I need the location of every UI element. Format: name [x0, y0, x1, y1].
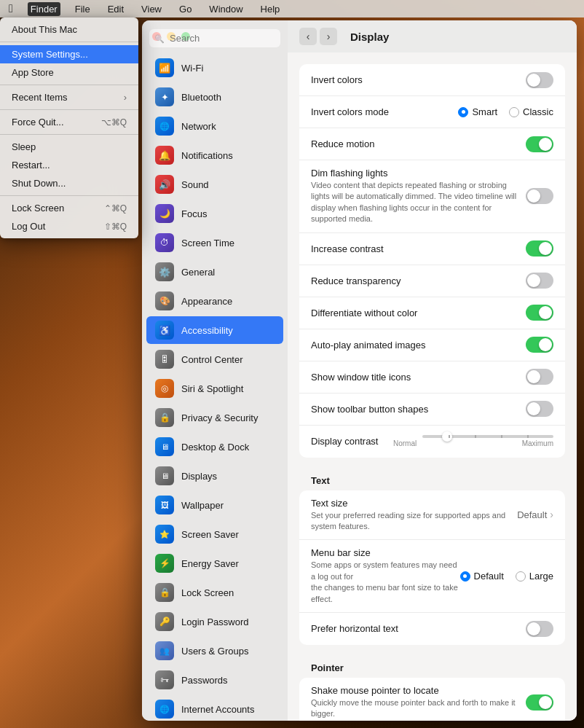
sidebar-item-general[interactable]: ⚙️ General — [146, 258, 283, 286]
dropdown-separator-4 — [0, 134, 138, 135]
invert-colors-toggle[interactable] — [526, 72, 553, 88]
content-scroll-area[interactable]: Invert colors Invert colors mode Smart — [288, 52, 577, 721]
network-icon: 🌐 — [155, 117, 174, 136]
window-menu[interactable]: Window — [206, 2, 245, 16]
dropdown-lock-screen[interactable]: Lock Screen ⌃⌘Q — [0, 199, 138, 217]
sidebar-item-login[interactable]: 🔑 Login Password — [146, 608, 283, 635]
dropdown-app-store[interactable]: App Store — [0, 63, 138, 82]
sidebar-item-passwords[interactable]: 🗝 Passwords — [146, 666, 283, 694]
users-groups-icon: 👥 — [155, 641, 174, 660]
text-section: Text Text size Set your preferred readin… — [299, 469, 565, 645]
contrast-slider-labels: Normal Maximum — [393, 439, 553, 447]
file-menu[interactable]: File — [72, 2, 93, 16]
default-radio[interactable] — [460, 571, 470, 582]
shake-mouse-toggle[interactable] — [526, 694, 553, 711]
forward-button[interactable]: › — [320, 28, 337, 45]
sidebar-item-users[interactable]: 👥 Users & Groups — [146, 637, 283, 665]
dropdown-sleep[interactable]: Sleep — [0, 138, 138, 156]
menu-bar-size-label: Menu bar size — [311, 547, 460, 558]
control-center-icon: 🎛 — [155, 350, 174, 369]
dropdown-about[interactable]: About This Mac — [0, 20, 138, 39]
sidebar-item-internet[interactable]: 🌐 Internet Accounts — [146, 695, 283, 721]
sidebar-label-passwords: Passwords — [181, 675, 228, 686]
sidebar-item-accessibility[interactable]: ♿ Accessibility — [146, 316, 283, 344]
sidebar-label-lock: Lock Screen — [181, 587, 234, 598]
text-card: Text size Set your preferred reading siz… — [299, 490, 565, 645]
invert-mode-label: Invert colors mode — [311, 106, 389, 117]
toolbar-shapes-toggle[interactable] — [526, 401, 553, 417]
sidebar-item-energy[interactable]: ⚡ Energy Saver — [146, 549, 283, 577]
search-input[interactable] — [149, 29, 280, 47]
sidebar-item-appearance[interactable]: 🎨 Appearance — [146, 287, 283, 315]
sidebar-label-privacy: Privacy & Security — [181, 412, 258, 423]
dropdown-force-quit[interactable]: Force Quit... ⌥⌘Q — [0, 113, 138, 131]
dropdown-restart[interactable]: Restart... — [0, 156, 138, 174]
window-icons-toggle[interactable] — [526, 369, 553, 385]
accessibility-icon: ♿ — [155, 321, 174, 340]
increase-contrast-toggle[interactable] — [526, 240, 553, 257]
energy-saver-icon: ⚡ — [155, 554, 174, 573]
display-contrast-row: Display contrast Normal — [299, 426, 565, 458]
dropdown-log-out[interactable]: Log Out ⇧⌘Q — [0, 217, 138, 235]
reduce-transparency-toggle[interactable] — [526, 273, 553, 289]
reduce-transparency-row: Reduce transparency — [299, 265, 565, 297]
differentiate-color-toggle[interactable] — [526, 305, 553, 321]
sidebar-item-desktop[interactable]: 🖥 Desktop & Dock — [146, 433, 283, 461]
menu-bar-large-option[interactable]: Large — [516, 571, 553, 582]
wifi-icon: 📶 — [155, 58, 174, 77]
large-radio[interactable] — [516, 571, 526, 582]
dropdown-separator-1 — [0, 42, 138, 42]
invert-mode-smart-option[interactable]: Smart — [458, 106, 497, 117]
sidebar: 📶 Wi-Fi ✦ Bluetooth 🌐 Network 🔔 Notifica… — [142, 20, 288, 721]
text-size-row[interactable]: Text size Set your preferred reading siz… — [299, 490, 565, 541]
sidebar-item-screensaver[interactable]: ⭐ Screen Saver — [146, 520, 283, 548]
sidebar-item-notifications[interactable]: 🔔 Notifications — [146, 141, 283, 169]
sidebar-label-wifi: Wi-Fi — [181, 63, 203, 74]
sidebar-item-privacy[interactable]: 🔒 Privacy & Security — [146, 404, 283, 431]
sidebar-item-bluetooth[interactable]: ✦ Bluetooth — [146, 83, 283, 111]
contrast-slider-track[interactable] — [422, 435, 553, 438]
increase-contrast-row: Increase contrast — [299, 233, 565, 265]
finder-menu[interactable]: Finder — [28, 2, 60, 16]
display-section: Invert colors Invert colors mode Smart — [299, 64, 565, 458]
view-menu[interactable]: View — [138, 2, 165, 16]
reduce-transparency-label: Reduce transparency — [311, 275, 401, 286]
sidebar-item-wifi[interactable]: 📶 Wi-Fi — [146, 54, 283, 82]
back-button[interactable]: ‹ — [299, 28, 317, 45]
apple-menu-icon[interactable]:  — [6, 1, 16, 17]
sidebar-item-displays[interactable]: 🖥 Displays — [146, 462, 283, 490]
autoplay-toggle[interactable] — [526, 337, 553, 353]
sidebar-item-control[interactable]: 🎛 Control Center — [146, 345, 283, 373]
sidebar-item-network[interactable]: 🌐 Network — [146, 112, 283, 140]
sidebar-item-lock[interactable]: 🔒 Lock Screen — [146, 579, 283, 606]
sidebar-item-focus[interactable]: 🌙 Focus — [146, 200, 283, 227]
dropdown-system-settings[interactable]: System Settings... — [0, 45, 138, 63]
sidebar-label-focus: Focus — [181, 208, 207, 219]
dropdown-shutdown[interactable]: Shut Down... — [0, 174, 138, 192]
prefer-horizontal-toggle[interactable] — [526, 621, 553, 637]
dropdown-recent-items[interactable]: Recent Items › — [0, 88, 138, 106]
edit-menu[interactable]: Edit — [105, 2, 127, 16]
sidebar-label-notifications: Notifications — [181, 150, 233, 161]
increase-contrast-label: Increase contrast — [311, 243, 384, 254]
sidebar-item-wallpaper[interactable]: 🖼 Wallpaper — [146, 491, 283, 519]
contrast-slider-thumb[interactable] — [442, 431, 452, 442]
sidebar-item-sound[interactable]: 🔊 Sound — [146, 171, 283, 198]
search-field-container — [149, 29, 280, 47]
text-size-value: Default › — [517, 509, 553, 520]
dim-flashing-toggle[interactable] — [526, 188, 553, 204]
shake-mouse-sublabel: Quickly move the mouse pointer back and … — [311, 697, 526, 720]
menu-bar-size-left: Menu bar size Some apps or system featur… — [311, 547, 460, 605]
classic-radio[interactable] — [509, 107, 519, 117]
toolbar-shapes-row: Show toolbar button shapes — [299, 394, 565, 426]
reduce-motion-toggle[interactable] — [526, 136, 553, 152]
sidebar-item-siri[interactable]: ◎ Siri & Spotlight — [146, 375, 283, 402]
go-menu[interactable]: Go — [176, 2, 194, 16]
help-menu[interactable]: Help — [258, 2, 283, 16]
chevron-right-icon: › — [124, 92, 127, 103]
invert-mode-classic-option[interactable]: Classic — [509, 106, 553, 117]
smart-radio[interactable] — [458, 107, 468, 117]
menu-bar-default-option[interactable]: Default — [460, 571, 504, 582]
focus-icon: 🌙 — [155, 204, 174, 223]
sidebar-item-screentime[interactable]: ⏱ Screen Time — [146, 229, 283, 257]
